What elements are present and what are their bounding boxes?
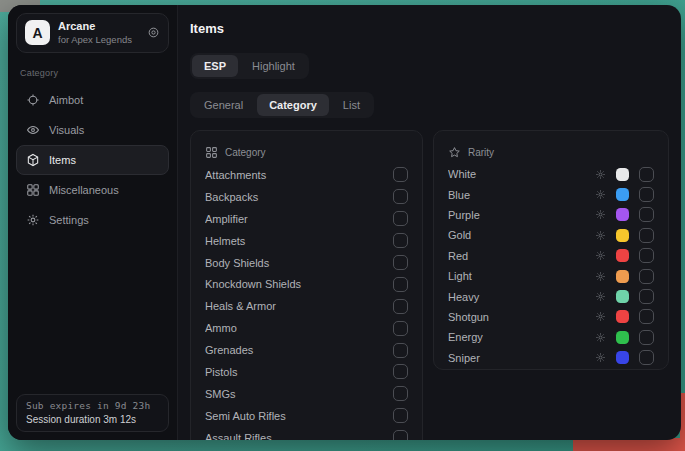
rarity-color-swatch[interactable] [616, 208, 629, 221]
sidebar-item-label: Miscellaneous [49, 184, 119, 196]
app-name: Arcane [58, 20, 132, 34]
category-panel-header: Category [205, 140, 408, 164]
sub-expiry-text: Sub expires in 9d 23h [26, 400, 159, 411]
toggle-option-esp[interactable]: ESP [192, 55, 238, 77]
page-title: Items [190, 21, 671, 36]
rarity-checkbox[interactable] [639, 309, 654, 324]
app-logo: A [25, 20, 50, 45]
rarity-checkbox[interactable] [639, 330, 654, 345]
gear-icon[interactable] [595, 250, 606, 261]
category-checkbox[interactable] [393, 299, 408, 314]
gear-icon[interactable] [595, 291, 606, 302]
category-checkbox[interactable] [393, 189, 408, 204]
rarity-checkbox[interactable] [639, 350, 654, 365]
category-panel: Category Attachments Backpacks Amplifier… [190, 130, 423, 440]
rarity-checkbox[interactable] [639, 187, 654, 202]
rarity-checkbox[interactable] [639, 207, 654, 222]
tab-category[interactable]: Category [257, 94, 329, 116]
category-row: Ammo [205, 317, 408, 339]
target-icon[interactable] [147, 26, 160, 39]
rarity-row-label: White [448, 168, 595, 180]
category-checkbox[interactable] [393, 255, 408, 270]
gear-icon[interactable] [595, 332, 606, 343]
sidebar-item-visuals[interactable]: Visuals [16, 115, 169, 145]
category-checkbox[interactable] [393, 386, 408, 401]
category-checkbox[interactable] [393, 321, 408, 336]
category-panel-title: Category [225, 147, 266, 158]
rarity-row: Shotgun [448, 307, 654, 327]
tab-list[interactable]: List [331, 94, 372, 116]
sidebar-item-aimbot[interactable]: Aimbot [16, 85, 169, 115]
gear-icon[interactable] [595, 189, 606, 200]
sidebar-item-label: Settings [49, 214, 89, 226]
grid-icon [26, 183, 40, 197]
rarity-checkbox[interactable] [639, 289, 654, 304]
category-row-label: Backpacks [205, 191, 393, 203]
category-row: Semi Auto Rifles [205, 405, 408, 427]
category-checkbox[interactable] [393, 277, 408, 292]
sidebar-item-items[interactable]: Items [16, 145, 169, 175]
category-row-label: Knockdown Shields [205, 278, 393, 290]
category-checkbox[interactable] [393, 233, 408, 248]
sidebar-item-label: Aimbot [49, 94, 83, 106]
rarity-row: Blue [448, 184, 654, 204]
star-icon [448, 146, 461, 159]
sidebar-item-settings[interactable]: Settings [16, 205, 169, 235]
gear-icon[interactable] [595, 169, 606, 180]
category-row: Assault Rifles [205, 427, 408, 440]
rarity-checkbox[interactable] [639, 228, 654, 243]
rarity-row-label: Sniper [448, 352, 595, 364]
rarity-checkbox[interactable] [639, 269, 654, 284]
sidebar-nav: Aimbot Visuals Items Miscellaneous Setti… [16, 85, 169, 235]
rarity-row: Energy [448, 327, 654, 347]
rarity-row-label: Red [448, 250, 595, 262]
rarity-color-swatch[interactable] [616, 270, 629, 283]
rarity-color-swatch[interactable] [616, 188, 629, 201]
category-row-label: Helmets [205, 235, 393, 247]
gear-icon[interactable] [595, 352, 606, 363]
grid-icon [205, 146, 218, 159]
rarity-row: Light [448, 266, 654, 286]
category-checkbox[interactable] [393, 211, 408, 226]
category-checkbox[interactable] [393, 167, 408, 182]
rarity-color-swatch[interactable] [616, 290, 629, 303]
gear-icon[interactable] [595, 271, 606, 282]
gear-icon[interactable] [595, 311, 606, 322]
rarity-color-swatch[interactable] [616, 351, 629, 364]
toggle-option-highlight[interactable]: Highlight [240, 55, 307, 77]
category-row: Amplifier [205, 208, 408, 230]
rarity-checkbox[interactable] [639, 167, 654, 182]
sidebar-item-miscellaneous[interactable]: Miscellaneous [16, 175, 169, 205]
tab-general[interactable]: General [192, 94, 255, 116]
rarity-row: Sniper [448, 348, 654, 368]
category-row: SMGs [205, 383, 408, 405]
category-list: Attachments Backpacks Amplifier Helmets … [205, 164, 408, 440]
category-row-label: Attachments [205, 169, 393, 181]
category-checkbox[interactable] [393, 343, 408, 358]
sidebar: A Arcane for Apex Legends Category Aimbo… [8, 5, 178, 440]
sidebar-item-label: Items [49, 154, 76, 166]
rarity-color-swatch[interactable] [616, 249, 629, 262]
category-checkbox[interactable] [393, 430, 408, 440]
rarity-row: Gold [448, 225, 654, 245]
panels-row: Category Attachments Backpacks Amplifier… [190, 130, 671, 440]
category-row: Attachments [205, 164, 408, 186]
session-duration-text: Session duration 3m 12s [26, 414, 159, 425]
gear-icon[interactable] [595, 230, 606, 241]
gear-icon[interactable] [595, 209, 606, 220]
category-checkbox[interactable] [393, 408, 408, 423]
rarity-color-swatch[interactable] [616, 331, 629, 344]
crosshair-icon [26, 93, 40, 107]
rarity-checkbox[interactable] [639, 248, 654, 263]
app-logo-card: A Arcane for Apex Legends [16, 13, 169, 53]
rarity-color-swatch[interactable] [616, 229, 629, 242]
category-row: Knockdown Shields [205, 273, 408, 295]
items-tabs: General Category List [190, 92, 374, 118]
category-checkbox[interactable] [393, 364, 408, 379]
rarity-color-swatch[interactable] [616, 310, 629, 323]
rarity-row: Purple [448, 205, 654, 225]
category-row: Heals & Armor [205, 295, 408, 317]
rarity-color-swatch[interactable] [616, 168, 629, 181]
category-row-label: Assault Rifles [205, 432, 393, 440]
sidebar-section-label: Category [20, 68, 165, 78]
